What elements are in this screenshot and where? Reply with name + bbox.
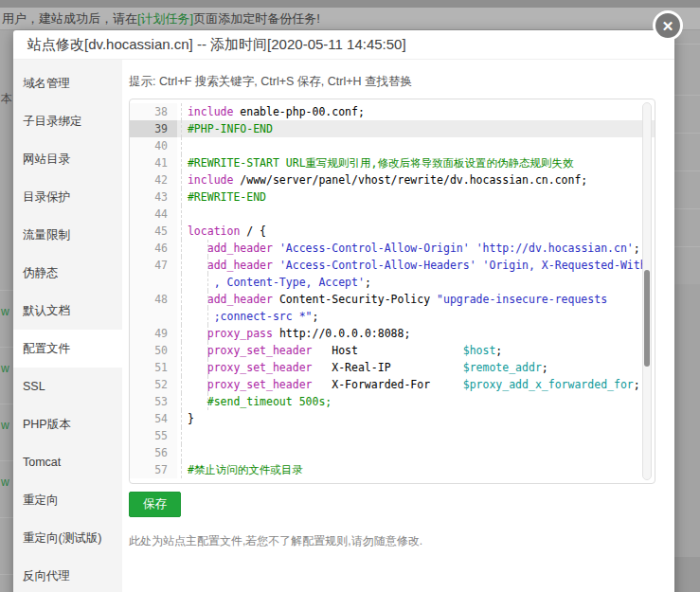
line-content: }	[177, 410, 655, 427]
indent-guide	[181, 188, 182, 206]
indent-guide	[181, 376, 182, 393]
indent-guide	[181, 410, 182, 427]
background-row-separator	[0, 404, 13, 404]
line-content: #禁止访问的文件或目录	[177, 461, 655, 478]
code-row: proxy_set_header Host $host;	[177, 342, 655, 359]
indent-guide	[181, 325, 182, 342]
code-line: 47 add_header 'Access-Control-Allow-Head…	[130, 257, 655, 291]
code-row: proxy_set_header X-Forwarded-For $proxy_…	[177, 376, 655, 393]
indent-guide	[207, 376, 208, 393]
sidebar-item-rewrite[interactable]: 伪静态	[13, 254, 122, 292]
code-row	[177, 444, 655, 461]
sidebar-item-domain[interactable]: 域名管理	[13, 64, 122, 102]
code-row: #send_timeout 500s;	[177, 393, 655, 410]
background-row-separator	[0, 460, 13, 461]
background-text-fragment: w	[1, 362, 9, 375]
indent-guide	[207, 274, 208, 291]
line-content: #PHP-INFO-END	[177, 120, 655, 137]
site-edit-dialog: 站点修改[dv.hocassian.cn] -- 添加时间[2020-05-11…	[13, 30, 674, 592]
line-number: 43	[130, 188, 177, 206]
code-row: include /www/server/panel/vhost/rewrite/…	[177, 171, 655, 188]
code-line: 56	[130, 444, 655, 461]
line-content	[177, 427, 655, 444]
code-line: 40	[130, 137, 655, 154]
code-row	[177, 427, 655, 444]
code-row: add_header 'Access-Control-Allow-Origin'…	[177, 240, 655, 257]
line-number: 51	[130, 359, 177, 376]
background-text-fragment: 本	[1, 91, 12, 107]
background-row-separator	[0, 574, 13, 575]
indent-guide	[207, 308, 208, 325]
line-number: 57	[130, 461, 177, 478]
indent-guide	[181, 359, 182, 376]
notice-post: 页面添加定时备份任务!	[193, 11, 320, 26]
line-content	[177, 206, 655, 223]
code-line: 38 include enable-php-00.conf;	[130, 103, 655, 120]
sidebar-item-default-doc[interactable]: 默认文档	[13, 292, 122, 330]
code-area[interactable]: 38 include enable-php-00.conf;39 #PHP-IN…	[130, 99, 655, 478]
line-content: #send_timeout 500s;	[177, 393, 655, 410]
line-number: 50	[130, 342, 177, 359]
background-panel-shade	[674, 284, 700, 557]
code-line: 46 add_header 'Access-Control-Allow-Orig…	[130, 240, 655, 257]
code-line: 54 }	[130, 410, 655, 427]
sidebar-item-ssl[interactable]: SSL	[13, 368, 122, 405]
code-row: #禁止访问的文件或目录	[177, 461, 655, 478]
sidebar-item-redirect-beta[interactable]: 重定向(测试版)	[13, 519, 122, 557]
line-number: 40	[130, 137, 177, 154]
indent-guide	[181, 223, 182, 240]
sidebar-item-reverse-proxy[interactable]: 反向代理	[13, 557, 122, 592]
indent-guide	[181, 171, 182, 188]
code-row: location / {	[177, 223, 655, 240]
dialog-title: 站点修改[dv.hocassian.cn] -- 添加时间[2020-05-11…	[13, 30, 674, 60]
sidebar-item-config-file[interactable]: 配置文件	[13, 330, 122, 368]
line-content	[177, 137, 655, 154]
close-button[interactable]: ✕	[653, 10, 683, 41]
sidebar-item-site-dir[interactable]: 网站目录	[13, 140, 122, 178]
background-header-strip	[0, 0, 700, 8]
line-content: add_header Content-Security-Policy "upgr…	[177, 291, 655, 325]
sidebar-item-redirect[interactable]: 重定向	[13, 481, 122, 519]
sidebar-item-subdir[interactable]: 子目录绑定	[13, 102, 122, 140]
line-number: 46	[130, 240, 177, 257]
line-content: proxy_set_header Host $host;	[177, 342, 655, 359]
sidebar-item-dir-protect[interactable]: 目录保护	[13, 178, 122, 216]
line-content: include enable-php-00.conf;	[177, 103, 655, 120]
dialog-content: 提示: Ctrl+F 搜索关键字, Ctrl+S 保存, Ctrl+H 查找替换…	[122, 60, 674, 592]
code-row: proxy_set_header X-Real-IP $remote_addr;	[177, 359, 655, 376]
code-line: 51 proxy_set_header X-Real-IP $remote_ad…	[130, 359, 655, 376]
background-row-separator	[0, 517, 13, 518]
line-number: 44	[130, 206, 177, 223]
line-number: 56	[130, 444, 177, 461]
code-row: }	[177, 410, 655, 427]
line-number: 48	[130, 291, 177, 325]
indent-guide	[181, 206, 182, 223]
indent-guide	[181, 137, 182, 154]
background-text-fragment: w	[1, 475, 9, 489]
code-line: 39 #PHP-INFO-END	[130, 120, 655, 137]
sidebar-item-php-version[interactable]: PHP版本	[13, 405, 122, 443]
editor-scrollbar-thumb[interactable]	[644, 270, 650, 367]
indent-guide	[207, 325, 208, 342]
editor-scrollbar-track[interactable]	[642, 102, 652, 480]
line-number: 42	[130, 171, 177, 188]
indent-guide	[181, 308, 182, 325]
dialog-body: 域名管理子目录绑定网站目录目录保护流量限制伪静态默认文档配置文件SSLPHP版本…	[13, 60, 674, 592]
code-row: ;connect-src *";	[177, 308, 655, 325]
sidebar-item-traffic-limit[interactable]: 流量限制	[13, 216, 122, 254]
line-content: proxy_pass http://0.0.0.0:8088;	[177, 325, 655, 342]
code-line: 42 include /www/server/panel/vhost/rewri…	[130, 171, 655, 188]
save-button[interactable]: 保存	[129, 492, 181, 517]
line-number: 49	[130, 325, 177, 342]
sidebar-item-tomcat[interactable]: Tomcat	[13, 443, 122, 481]
indent-guide	[207, 240, 208, 257]
code-line: 41 #REWRITE-START URL重写规则引用,修改后将导致面板设置的伪…	[130, 154, 655, 171]
line-content: add_header 'Access-Control-Allow-Headers…	[177, 257, 655, 291]
config-file-editor[interactable]: 38 include enable-php-00.conf;39 #PHP-IN…	[129, 99, 655, 484]
line-number: 39	[130, 120, 177, 137]
line-content: location / {	[177, 223, 655, 240]
background-row-separator	[0, 347, 13, 348]
background-row-separator	[674, 44, 700, 45]
line-number: 54	[130, 410, 177, 427]
code-row: proxy_pass http://0.0.0.0:8088;	[177, 325, 655, 342]
